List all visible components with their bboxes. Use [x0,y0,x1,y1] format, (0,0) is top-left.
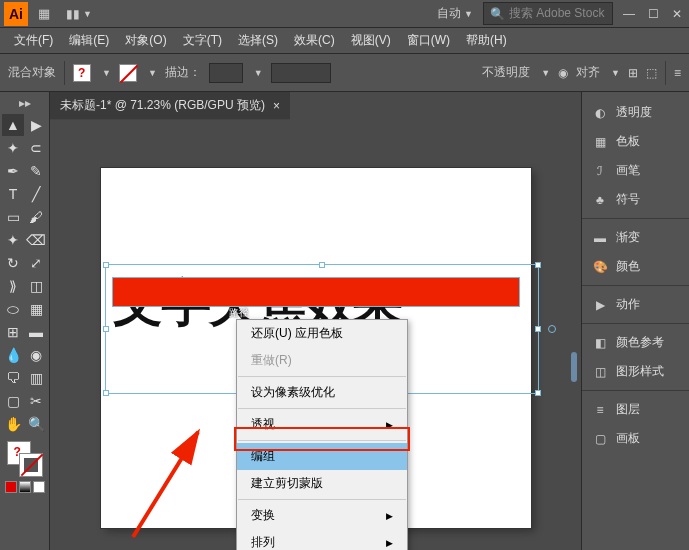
close-button[interactable]: ✕ [669,7,685,21]
menu-help[interactable]: 帮助(H) [460,29,513,52]
symbols-icon: ♣ [592,192,608,208]
auto-label[interactable]: 自动 [437,5,461,22]
curvature-tool[interactable]: ✎ [25,160,47,182]
opacity-label[interactable]: 不透明度 [482,64,530,81]
menu-effect[interactable]: 效果(C) [288,29,341,52]
eraser-tool[interactable]: ⌫ [25,229,47,251]
panel-color[interactable]: 🎨颜色 [582,252,689,281]
toolbox-collapse-icon[interactable]: ▸▸ [19,96,31,110]
cm-transform[interactable]: 变换▶ [237,502,407,529]
lasso-tool[interactable]: ⊂ [25,137,47,159]
cm-arrange[interactable]: 排列▶ [237,529,407,550]
stroke-color-swatch[interactable] [19,453,43,477]
panel-gradient[interactable]: ▬渐变 [582,223,689,252]
menu-type[interactable]: 文字(T) [177,29,228,52]
panel-artboards[interactable]: ▢画板 [582,424,689,453]
width-tool[interactable]: ⟫ [2,275,24,297]
options-menu-icon[interactable]: ≡ [674,66,681,80]
menu-object[interactable]: 对象(O) [119,29,172,52]
paintbrush-tool[interactable]: 🖌 [25,206,47,228]
recolor-icon[interactable]: ◉ [558,66,568,80]
document-title: 未标题-1* @ 71.23% (RGB/GPU 预览) [60,97,265,114]
scale-tool[interactable]: ⤢ [25,252,47,274]
maximize-button[interactable]: ☐ [645,7,661,21]
cm-redo: 重做(R) [237,347,407,374]
rotate-tool[interactable]: ↻ [2,252,24,274]
toolbox: ▸▸ ▲▶ ✦⊂ ✒✎ T╱ ▭🖌 ✦⌫ ↻⤢ ⟫◫ ⬭▦ ⊞▬ 💧◉ 🗨▥ ▢… [0,92,50,550]
line-tool[interactable]: ╱ [25,183,47,205]
cm-pixel-perfect[interactable]: 设为像素级优化 [237,379,407,406]
slice-tool[interactable]: ✂ [25,390,47,412]
zoom-tool[interactable]: 🔍 [25,413,47,435]
rectangle-tool[interactable]: ▭ [2,206,24,228]
menu-file[interactable]: 文件(F) [8,29,59,52]
stroke-swatch[interactable] [119,64,137,82]
panel-symbols[interactable]: ♣符号 [582,185,689,214]
transform-icon[interactable]: ⊞ [628,66,638,80]
titlebar: Ai ▦ ▮▮▼ 自动▼ 🔍搜索 Adobe Stock ― ☐ ✕ [0,0,689,28]
panel-swatches[interactable]: ▦色板 [582,127,689,156]
document-tab[interactable]: 未标题-1* @ 71.23% (RGB/GPU 预览) × [50,92,290,120]
menu-view[interactable]: 视图(V) [345,29,397,52]
panel-color-guide[interactable]: ◧颜色参考 [582,328,689,357]
panel-brushes[interactable]: ℐ画笔 [582,156,689,185]
fill-swatch[interactable]: ? [73,64,91,82]
transparency-icon: ◐ [592,105,608,121]
menubar: 文件(F) 编辑(E) 对象(O) 文字(T) 选择(S) 效果(C) 视图(V… [0,28,689,54]
panel-transparency[interactable]: ◐透明度 [582,98,689,127]
type-tool[interactable]: T [2,183,24,205]
shape-builder-tool[interactable]: ⬭ [2,298,24,320]
direct-selection-tool[interactable]: ▶ [25,114,47,136]
layers-icon: ≡ [592,402,608,418]
blend-tool[interactable]: ◉ [25,344,47,366]
minimize-button[interactable]: ― [621,7,637,21]
stroke-style-input[interactable] [271,63,331,83]
cm-group[interactable]: 编组 [237,443,407,470]
ai-logo: Ai [4,2,28,26]
graph-tool[interactable]: ▥ [25,367,47,389]
hand-tool[interactable]: ✋ [2,413,24,435]
tab-close-icon[interactable]: × [273,99,280,113]
selection-tool[interactable]: ▲ [2,114,24,136]
gradient-tool[interactable]: ▬ [25,321,47,343]
artboard-tool[interactable]: ▢ [2,390,24,412]
eyedropper-tool[interactable]: 💧 [2,344,24,366]
panel-actions[interactable]: ▶动作 [582,290,689,319]
actions-icon: ▶ [592,297,608,313]
color-swatches[interactable] [7,441,43,477]
panel-layers[interactable]: ≡图层 [582,395,689,424]
mini-swatch-gradient[interactable] [19,481,31,493]
symbol-sprayer-tool[interactable]: 🗨 [2,367,24,389]
magic-wand-tool[interactable]: ✦ [2,137,24,159]
scrollbar-thumb[interactable] [571,352,577,382]
menu-edit[interactable]: 编辑(E) [63,29,115,52]
color-icon: 🎨 [592,259,608,275]
isolate-icon[interactable]: ⬚ [646,66,657,80]
mesh-tool[interactable]: ⊞ [2,321,24,343]
swatches-icon: ▦ [592,134,608,150]
gradient-icon: ▬ [592,230,608,246]
search-stock-input[interactable]: 🔍搜索 Adobe Stock [483,2,613,25]
context-menu: 还原(U) 应用色板 重做(R) 设为像素级优化 透视▶ 编组 建立剪切蒙版 变… [236,319,408,550]
perspective-tool[interactable]: ▦ [25,298,47,320]
free-transform-tool[interactable]: ◫ [25,275,47,297]
mini-swatch-color[interactable] [5,481,17,493]
shaper-tool[interactable]: ✦ [2,229,24,251]
stroke-weight-input[interactable] [209,63,243,83]
brushes-icon: ℐ [592,163,608,179]
menu-window[interactable]: 窗口(W) [401,29,456,52]
cm-perspective[interactable]: 透视▶ [237,411,407,438]
menu-select[interactable]: 选择(S) [232,29,284,52]
color-guide-icon: ◧ [592,335,608,351]
bridge-icon[interactable]: ▦ [38,6,50,21]
stroke-label: 描边： [165,64,201,81]
workspace-switcher[interactable]: ▮▮▼ [60,5,98,23]
pen-tool[interactable]: ✒ [2,160,24,182]
mini-swatch-none[interactable] [33,481,45,493]
align-label[interactable]: 对齐 [576,64,600,81]
artboards-icon: ▢ [592,431,608,447]
graphic-styles-icon: ◫ [592,364,608,380]
cm-undo[interactable]: 还原(U) 应用色板 [237,320,407,347]
cm-make-clipping-mask[interactable]: 建立剪切蒙版 [237,470,407,497]
panel-graphic-styles[interactable]: ◫图形样式 [582,357,689,386]
